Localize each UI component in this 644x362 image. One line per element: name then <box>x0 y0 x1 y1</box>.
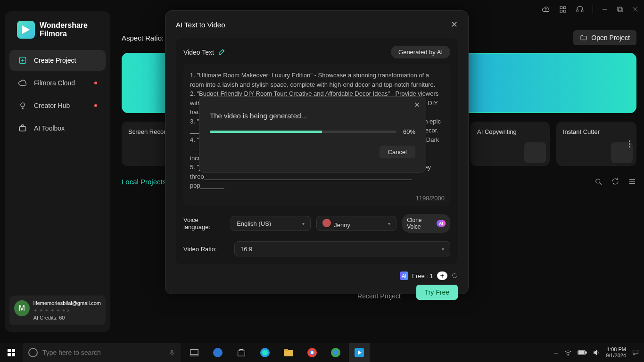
apps-grid-icon[interactable] <box>559 5 567 14</box>
sidebar-item-label: Create Project <box>34 57 76 64</box>
progress-bar-fill <box>210 131 322 133</box>
tile-instant-cutter[interactable]: Instant Cutter <box>556 122 636 166</box>
account-card[interactable]: M lifememoriesbilal@gmail.com ✦✦✦✦✦✦› AI… <box>9 296 106 325</box>
app-logo: WondershareFilmora <box>9 18 106 50</box>
task-view-icon[interactable] <box>184 343 205 362</box>
logo-line1: Wondershare <box>40 21 88 29</box>
logo-mark-icon <box>17 21 35 39</box>
ai-credits: AI Credits: 60 <box>33 315 101 321</box>
svg-rect-1 <box>564 7 566 9</box>
svg-rect-27 <box>171 350 173 353</box>
ai-toolbox-icon <box>18 123 27 133</box>
sidebar-item-creator-hub[interactable]: Creator Hub <box>9 95 106 116</box>
file-explorer-icon[interactable] <box>278 343 299 362</box>
svg-rect-49 <box>633 350 638 354</box>
chrome-profile-icon[interactable] <box>325 343 346 362</box>
tile-label: AI Copywriting <box>477 128 517 135</box>
edit-icon[interactable] <box>218 48 226 57</box>
tile-label: Instant Cutter <box>563 128 600 135</box>
try-free-button[interactable]: Try Free <box>416 285 458 300</box>
chevron-up-icon[interactable]: ︿ <box>553 349 559 356</box>
dialog-close-icon[interactable]: ✕ <box>451 19 458 30</box>
svg-point-14 <box>21 103 25 107</box>
clone-voice-button[interactable]: Clone VoiceAI <box>402 214 450 233</box>
svg-rect-5 <box>582 10 583 12</box>
svg-rect-25 <box>8 353 11 356</box>
voice-language-select[interactable]: English (US)▾ <box>231 216 311 231</box>
taskbar-clock[interactable]: 1:08 PM9/1/2024 <box>606 346 626 359</box>
close-icon[interactable] <box>632 6 638 13</box>
bulb-icon <box>18 101 27 110</box>
dialog-title: AI Text to Video <box>176 21 225 29</box>
open-project-label: Open Project <box>591 34 630 41</box>
chrome-icon[interactable] <box>302 343 322 362</box>
start-button[interactable] <box>0 343 23 362</box>
search-icon[interactable] <box>594 177 603 186</box>
svg-rect-46 <box>586 352 587 353</box>
chevron-down-icon: ▾ <box>388 221 390 226</box>
local-projects-tab[interactable]: Local Projects <box>122 178 166 186</box>
svg-rect-2 <box>560 10 562 13</box>
svg-point-44 <box>568 354 569 355</box>
svg-point-39 <box>311 351 314 354</box>
free-credits-chip: AI Free : 1 + <box>400 272 458 280</box>
progress-cancel-button[interactable]: Cancel <box>380 146 415 158</box>
separator <box>593 5 593 14</box>
sidebar-item-label: AI Toolbox <box>34 124 65 132</box>
video-ratio-label: Video Ratio: <box>183 246 229 253</box>
svg-rect-36 <box>284 349 288 351</box>
add-credits-button[interactable]: + <box>437 272 447 280</box>
maximize-icon[interactable] <box>617 6 623 13</box>
edge-icon[interactable] <box>255 343 275 362</box>
support-icon[interactable] <box>576 5 584 14</box>
svg-rect-0 <box>560 7 562 9</box>
volume-icon[interactable] <box>593 349 600 356</box>
voice-avatar-icon <box>322 219 331 227</box>
cloud-icon <box>18 78 27 88</box>
edge-legacy-icon[interactable] <box>207 343 228 362</box>
tile-ai-copywriting[interactable]: AI Copywriting <box>471 122 550 166</box>
notifications-icon[interactable] <box>632 349 639 356</box>
char-count: 1198/2000 <box>416 195 445 202</box>
chevron-down-icon: ▾ <box>302 221 305 226</box>
minimize-icon[interactable] <box>602 6 608 13</box>
store-icon[interactable] <box>231 343 252 362</box>
svg-rect-24 <box>12 349 15 352</box>
mic-icon[interactable] <box>169 348 175 357</box>
sidebar-item-label: Creator Hub <box>34 102 70 109</box>
filmora-taskbar-icon[interactable] <box>349 343 370 362</box>
more-menu-icon[interactable] <box>625 138 634 150</box>
sidebar-item-filmora-cloud[interactable]: Filmora Cloud <box>9 73 106 93</box>
open-project-button[interactable]: Open Project <box>573 30 636 45</box>
svg-point-34 <box>262 350 268 355</box>
folder-icon <box>580 34 587 41</box>
search-input[interactable] <box>42 349 164 356</box>
svg-rect-4 <box>577 10 578 12</box>
list-view-icon[interactable] <box>628 177 636 186</box>
cloud-upload-icon[interactable] <box>542 5 550 14</box>
voice-language-label: Voice language: <box>183 216 225 230</box>
notification-dot-icon <box>94 82 97 84</box>
svg-rect-7 <box>618 7 621 11</box>
video-ratio-select[interactable]: 16:9▾ <box>234 241 450 256</box>
sidebar-item-ai-toolbox[interactable]: AI Toolbox <box>9 118 106 139</box>
sidebar-item-create-project[interactable]: Create Project <box>9 50 106 71</box>
generated-by-ai-button[interactable]: Generated by AI <box>391 46 450 58</box>
voice-name-select[interactable]: Jenny▾ <box>316 216 396 231</box>
wifi-icon[interactable] <box>564 349 572 356</box>
svg-line-19 <box>600 183 602 185</box>
ai-small-icon: AI <box>400 272 408 280</box>
svg-rect-17 <box>19 127 25 131</box>
system-tray: ︿ 1:08 PM9/1/2024 <box>553 346 644 359</box>
logo-line2: Filmora <box>40 30 67 38</box>
popup-close-icon[interactable]: ✕ <box>414 100 420 109</box>
taskbar-search[interactable] <box>23 343 181 362</box>
progress-bar <box>210 131 396 133</box>
svg-rect-47 <box>579 352 585 354</box>
battery-icon[interactable] <box>578 350 587 355</box>
svg-point-41 <box>333 350 338 355</box>
svg-rect-26 <box>12 353 15 356</box>
refresh-icon[interactable] <box>451 272 458 279</box>
refresh-icon[interactable] <box>611 177 619 186</box>
svg-rect-29 <box>190 350 198 355</box>
